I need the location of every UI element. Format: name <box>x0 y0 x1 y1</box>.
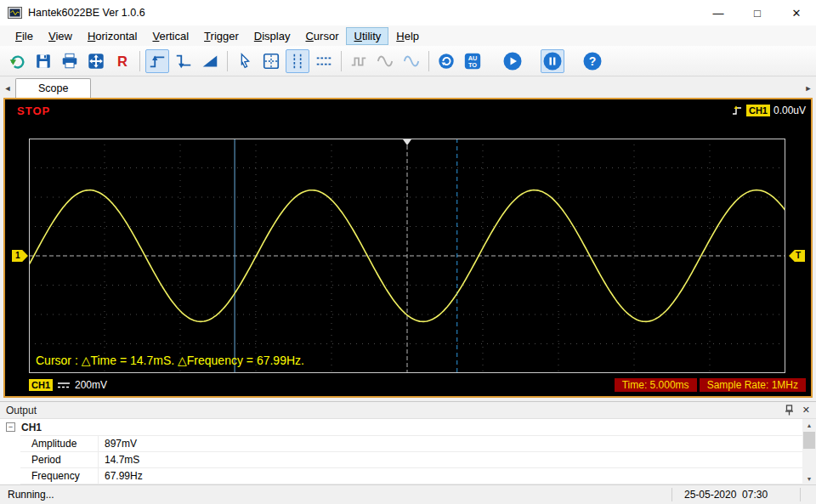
measurement-value: 897mV <box>99 436 802 451</box>
toolbar-separator <box>341 51 342 71</box>
acquisition-status: STOP <box>10 104 57 118</box>
collapse-icon[interactable]: − <box>6 422 15 432</box>
print-icon <box>60 52 79 71</box>
toolbar: R <box>0 46 816 76</box>
output-group-row[interactable]: − CH1 <box>0 419 816 435</box>
channel-info: CH1 200mV <box>29 379 107 391</box>
horizontal-cursors-icon <box>314 52 333 71</box>
pause-icon <box>542 51 563 71</box>
maximize-button[interactable]: □ <box>738 0 777 25</box>
measurement-row-amplitude[interactable]: Amplitude 897mV <box>20 436 802 452</box>
titlebar: Hantek6022BE Ver 1.0.6 — □ ✕ <box>0 0 816 25</box>
menu-cursor[interactable]: Cursor <box>298 27 346 45</box>
vertical-cursors-button[interactable] <box>286 49 309 73</box>
svg-text:R: R <box>117 53 128 68</box>
save-icon <box>34 52 53 71</box>
help-button[interactable]: ? <box>581 49 604 73</box>
menu-utility[interactable]: Utility <box>346 27 388 45</box>
statusbar-separator <box>800 488 801 501</box>
trigger-level-value: 0.00uV <box>774 105 806 116</box>
tab-scope[interactable]: Scope <box>15 78 91 98</box>
square-wave-button[interactable] <box>347 49 371 73</box>
minimize-button[interactable]: — <box>699 0 738 25</box>
menu-horizontal[interactable]: Horizontal <box>80 27 145 45</box>
auto-button[interactable]: AU TO <box>461 49 484 73</box>
sine-wave-icon <box>376 52 394 71</box>
status-bar: Running... 25-05-2020 07:30 <box>0 484 816 504</box>
trigger-edge-icon <box>731 105 743 116</box>
interpolation-sine-button[interactable] <box>400 49 423 73</box>
tab-scroll-right[interactable]: ► <box>801 79 816 98</box>
rising-edge-trigger-button[interactable] <box>145 49 169 73</box>
svg-text:?: ? <box>589 54 597 68</box>
tab-scroll-left[interactable]: ◄ <box>0 79 15 98</box>
autoset-button[interactable] <box>84 49 108 73</box>
sine-wave-button[interactable] <box>373 49 397 73</box>
acquire-button[interactable] <box>5 49 29 73</box>
output-close-icon[interactable]: ✕ <box>802 405 810 416</box>
scroll-down-button[interactable]: ▼ <box>802 473 816 484</box>
svg-text:TO: TO <box>468 61 477 69</box>
menu-help[interactable]: Help <box>388 27 427 45</box>
waveform-display[interactable]: Cursor : △Time = 14.7mS. △Frequency = 67… <box>29 139 785 373</box>
output-title: Output <box>6 405 37 416</box>
acquire-icon <box>8 52 26 71</box>
refresh-button[interactable] <box>434 49 458 73</box>
falling-edge-trigger-button[interactable] <box>172 49 196 73</box>
measurement-value: 14.7mS <box>99 452 802 467</box>
status-text: Running... <box>0 489 54 501</box>
channel1-badge[interactable]: CH1 <box>29 379 53 391</box>
refresh-icon <box>437 52 456 71</box>
close-button[interactable]: ✕ <box>777 0 816 25</box>
scroll-up-button[interactable]: ▲ <box>802 419 816 431</box>
scope-top-bar: STOP CH1 0.00uV <box>10 101 806 120</box>
print-button[interactable] <box>58 49 82 73</box>
save-button[interactable] <box>31 49 55 73</box>
menu-view[interactable]: View <box>41 27 80 45</box>
scrollbar-track[interactable] <box>802 431 816 473</box>
ramp-icon <box>201 52 219 71</box>
scope-panel: STOP CH1 0.00uV Cursor : △Time = 14.7mS.… <box>3 98 813 398</box>
app-icon <box>8 7 22 20</box>
trigger-info: CH1 0.00uV <box>731 105 806 116</box>
autoset-icon <box>87 52 105 71</box>
toolbar-separator <box>139 51 140 71</box>
scrollbar-thumb[interactable] <box>803 432 815 449</box>
measurement-label: Period <box>20 452 99 467</box>
measurement-value: 67.99Hz <box>99 468 802 484</box>
falling-edge-icon <box>174 52 193 71</box>
menubar: File View Horizontal Vertical Trigger Di… <box>0 25 816 46</box>
play-button[interactable] <box>501 49 524 73</box>
measurement-row-frequency[interactable]: Frequency 67.99Hz <box>20 468 802 484</box>
trigger-channel-badge[interactable]: CH1 <box>746 105 770 116</box>
scope-bottom-bar: CH1 200mV Time: 5.000ms Sample Rate: 1MH… <box>10 377 806 393</box>
cross-cursor-button[interactable] <box>259 49 283 73</box>
dc-coupling-icon <box>57 381 71 389</box>
record-button[interactable]: R <box>110 49 134 73</box>
pause-button[interactable] <box>541 49 564 73</box>
menu-file[interactable]: File <box>8 27 41 45</box>
menu-vertical[interactable]: Vertical <box>144 27 196 45</box>
rate-info: Time: 5.000ms Sample Rate: 1MHz <box>615 378 806 392</box>
cursor-readout: Cursor : △Time = 14.7mS. △Frequency = 67… <box>36 354 304 367</box>
channel1-position-marker[interactable]: 1 <box>12 250 28 262</box>
trigger-level-marker[interactable]: T <box>789 250 805 262</box>
square-wave-icon <box>349 52 368 71</box>
output-header: Output ✕ <box>0 402 816 419</box>
record-r-icon: R <box>113 52 132 71</box>
output-panel: Output ✕ − CH1 Amplitude 897mV Period 14… <box>0 401 816 484</box>
pointer-icon <box>235 52 254 71</box>
menu-trigger[interactable]: Trigger <box>196 27 246 45</box>
help-icon: ? <box>582 51 603 71</box>
window-title: Hantek6022BE Ver 1.0.6 <box>28 7 145 19</box>
toolbar-separator <box>428 51 429 71</box>
output-scrollbar[interactable]: ▲ ▼ <box>802 419 816 484</box>
ramp-button[interactable] <box>198 49 222 73</box>
menu-display[interactable]: Display <box>246 27 298 45</box>
toolbar-separator <box>227 51 228 71</box>
interpolation-sine-icon <box>402 52 421 71</box>
measurement-row-period[interactable]: Period 14.7mS <box>20 452 802 468</box>
pointer-cursor-button[interactable] <box>233 49 257 73</box>
horizontal-cursors-button[interactable] <box>312 49 336 73</box>
pin-icon[interactable] <box>785 405 794 416</box>
